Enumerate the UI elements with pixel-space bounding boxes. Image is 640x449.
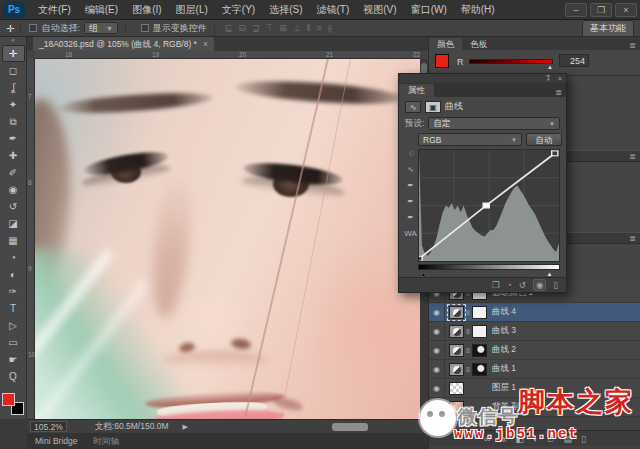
layer-thumbnail[interactable] bbox=[449, 344, 464, 357]
targeted-adjustment-hand-icon[interactable]: ☜ bbox=[403, 149, 418, 158]
auto-select-checkbox[interactable] bbox=[29, 24, 37, 32]
layer-thumbnail[interactable] bbox=[449, 325, 464, 338]
auto-wa-icon[interactable]: WA bbox=[403, 229, 418, 238]
crop-tool[interactable]: ⧉ bbox=[2, 113, 25, 130]
minimize-button[interactable]: – bbox=[565, 3, 587, 17]
maximize-button[interactable]: ❒ bbox=[590, 3, 612, 17]
new-group-icon[interactable]: ▱ bbox=[548, 434, 555, 444]
zoom-level-field[interactable]: 105.2% bbox=[30, 421, 67, 432]
hand-tool[interactable]: ☛ bbox=[2, 351, 25, 368]
auto-select-dropdown[interactable]: 组 ▼ bbox=[84, 22, 118, 34]
layer-visibility-eye-icon[interactable]: ◉ bbox=[429, 303, 445, 322]
tab-properties[interactable]: 属性 bbox=[399, 84, 434, 97]
reset-icon[interactable]: ↺ bbox=[519, 280, 526, 290]
type-tool[interactable]: T bbox=[2, 300, 25, 317]
layer-name[interactable]: 背景 副本 2 bbox=[492, 401, 535, 413]
eraser-tool[interactable]: ◪ bbox=[2, 215, 25, 232]
document-tab[interactable]: _18A0326.psd @ 105% (曲线 4, RGB/8) * × bbox=[33, 37, 214, 51]
canvas-photo[interactable] bbox=[27, 59, 420, 419]
menu-item[interactable]: 选择(S) bbox=[262, 4, 309, 15]
dodge-tool[interactable]: ◐ bbox=[2, 266, 25, 283]
close-button[interactable]: × bbox=[615, 3, 637, 17]
panel-menu-icon[interactable]: ≣ bbox=[629, 152, 636, 161]
layer-thumbnail[interactable] bbox=[449, 401, 464, 414]
layer-thumbnail[interactable] bbox=[449, 306, 464, 319]
history-brush-tool[interactable]: ↺ bbox=[2, 198, 25, 215]
menu-item[interactable]: 视图(V) bbox=[356, 4, 403, 15]
view-previous-state-icon[interactable]: ◔ bbox=[507, 280, 512, 290]
layer-name[interactable]: 图层 1 bbox=[492, 382, 516, 394]
menu-item[interactable]: 文件(F) bbox=[31, 4, 78, 15]
document-tab-close-icon[interactable]: × bbox=[203, 37, 208, 51]
layer-visibility-eye-icon[interactable]: ◉ bbox=[429, 398, 445, 417]
layer-visibility-eye-icon[interactable]: ◉ bbox=[429, 341, 445, 360]
preset-dropdown[interactable]: 自定 ▼ bbox=[428, 117, 560, 130]
layer-row[interactable]: ◉8曲线 3 bbox=[429, 322, 640, 341]
show-transform-checkbox[interactable] bbox=[141, 24, 149, 32]
path-selection-tool[interactable]: ▷ bbox=[2, 317, 25, 334]
menu-item[interactable]: 文字(Y) bbox=[215, 4, 262, 15]
white-point-eyedropper-icon[interactable]: ✒ bbox=[403, 213, 418, 222]
layer-name[interactable]: 曲线 4 bbox=[492, 306, 516, 318]
lasso-tool[interactable]: ʆ bbox=[2, 79, 25, 96]
add-layer-mask-icon[interactable]: ◧ bbox=[516, 434, 525, 444]
quick-selection-tool[interactable]: ✦ bbox=[2, 96, 25, 113]
close-panel-icon[interactable]: × bbox=[558, 74, 562, 83]
new-adjustment-layer-icon[interactable]: ◐ bbox=[533, 434, 538, 444]
curves-grid[interactable] bbox=[418, 149, 560, 262]
clip-to-layer-icon[interactable]: ❐ bbox=[492, 280, 500, 290]
menu-item[interactable]: 图像(I) bbox=[125, 4, 168, 15]
channel-dropdown[interactable]: RGB ▼ bbox=[418, 133, 522, 146]
shape-tool[interactable]: ▭ bbox=[2, 334, 25, 351]
delete-layer-icon[interactable]: ▯ bbox=[581, 434, 586, 444]
panel-menu-icon[interactable]: ≣ bbox=[629, 234, 636, 243]
slider-marker-icon[interactable]: ▲ bbox=[547, 64, 553, 70]
layer-name[interactable]: 曲线 2 bbox=[492, 344, 516, 356]
red-channel-slider[interactable] bbox=[469, 59, 553, 64]
gray-point-eyedropper-icon[interactable]: ✒ bbox=[403, 197, 418, 206]
layer-row[interactable]: ◉8曲线 4 bbox=[429, 303, 640, 322]
gradient-tool[interactable]: ▦ bbox=[2, 232, 25, 249]
zoom-tool[interactable]: Q bbox=[2, 368, 25, 385]
layer-mask-thumbnail[interactable] bbox=[472, 363, 487, 376]
layer-row[interactable]: ◉8图层 1 bbox=[429, 379, 640, 398]
layer-visibility-eye-icon[interactable]: ◉ bbox=[429, 360, 445, 379]
menu-item[interactable]: 窗口(W) bbox=[404, 4, 454, 15]
link-layers-icon[interactable]: ∞ bbox=[484, 434, 490, 444]
red-channel-value[interactable]: 254 bbox=[559, 54, 589, 67]
layer-mask-thumbnail[interactable] bbox=[472, 306, 487, 319]
auto-button[interactable]: 自动 bbox=[526, 133, 562, 146]
panel-menu-icon[interactable]: ≣ bbox=[629, 41, 636, 50]
blur-tool[interactable]: ◔ bbox=[2, 249, 25, 266]
menu-item[interactable]: 图层(L) bbox=[169, 4, 215, 15]
tab-color[interactable]: 颜色 bbox=[429, 38, 462, 50]
horizontal-scrollbar-thumb[interactable] bbox=[332, 423, 368, 431]
brush-tool[interactable]: ✐ bbox=[2, 164, 25, 181]
layer-row[interactable]: ◉8曲线 2 bbox=[429, 341, 640, 360]
foreground-color-swatch[interactable] bbox=[2, 393, 15, 406]
layer-name[interactable]: 曲线 3 bbox=[492, 325, 516, 337]
layer-thumbnail[interactable] bbox=[449, 363, 464, 376]
healing-brush-tool[interactable]: ✚ bbox=[2, 147, 25, 164]
marquee-tool[interactable]: ◻ bbox=[2, 62, 25, 79]
layer-row[interactable]: ◉8曲线 1 bbox=[429, 360, 640, 379]
eyedropper-tool[interactable]: ✒ bbox=[2, 130, 25, 147]
collapse-panel-icon[interactable]: ⁑ bbox=[547, 74, 551, 83]
layer-mask-thumbnail[interactable] bbox=[472, 344, 487, 357]
tab-swatches[interactable]: 色板 bbox=[462, 38, 495, 50]
timeline-tab[interactable]: 时间轴 bbox=[86, 433, 128, 449]
black-point-eyedropper-icon[interactable]: ✒ bbox=[403, 181, 418, 190]
menu-item[interactable]: 帮助(H) bbox=[454, 4, 502, 15]
layer-mask-thumbnail[interactable] bbox=[472, 325, 487, 338]
layer-visibility-eye-icon[interactable]: ◉ bbox=[429, 322, 445, 341]
layer-thumbnail[interactable] bbox=[449, 382, 464, 395]
mini-bridge-tab[interactable]: Mini Bridge bbox=[27, 433, 86, 449]
move-tool[interactable]: ✛ bbox=[2, 45, 25, 62]
delete-adjustment-icon[interactable]: ▯ bbox=[553, 280, 558, 290]
pen-tool[interactable]: ✑ bbox=[2, 283, 25, 300]
curve-point-edit-icon[interactable]: ∿ bbox=[403, 165, 418, 174]
layer-row[interactable]: ◉8背景 副本 2 bbox=[429, 398, 640, 417]
new-layer-icon[interactable]: ▤ bbox=[563, 434, 572, 444]
color-foreground-swatch[interactable] bbox=[435, 54, 449, 68]
menu-item[interactable]: 滤镜(T) bbox=[310, 4, 357, 15]
